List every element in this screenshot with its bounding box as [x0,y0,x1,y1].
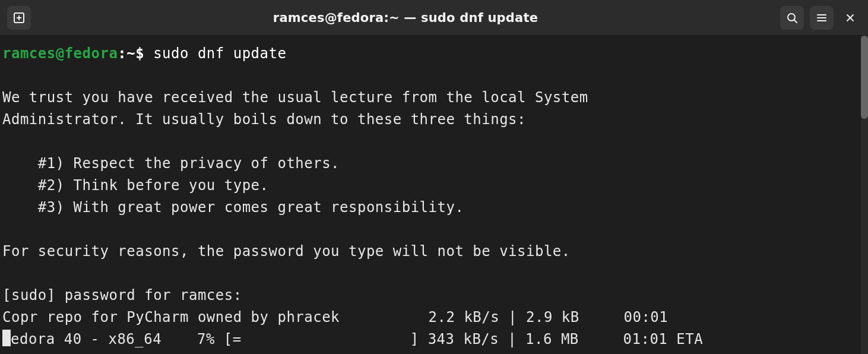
new-tab-icon [13,12,25,24]
prompt-separator: : [118,45,126,62]
size-2: 1.6 MB [525,331,579,347]
bar-open: [ [224,331,233,347]
lecture-rule-1: #1) Respect the privacy of others. [2,153,859,175]
lecture-security: For security reasons, the password you t… [2,241,859,263]
time-2: 01:01 ETA [623,331,704,347]
search-button[interactable] [780,6,804,30]
rate-2: 343 kB/s [428,331,499,347]
command-text: sudo dnf update [153,45,286,62]
scrollbar[interactable] [861,36,868,354]
new-tab-button[interactable] [7,6,31,30]
lecture-rule-2: #2) Think before you type. [2,175,859,197]
bar-close: ] [410,331,419,347]
repo-name-1: Copr repo for PyCharm owned by phracek [2,309,340,325]
rate-1: 2.2 kB/s [429,309,500,325]
lecture-line-1: We trust you have received the usual lec… [2,87,859,109]
hamburger-icon [816,12,828,24]
repo-name-2: edora 40 - x86_64 [11,331,161,347]
prompt-path: ~ [126,45,135,62]
svg-point-3 [788,14,795,21]
close-button[interactable] [840,6,861,30]
cursor [2,330,11,346]
prompt-line: ramces@fedora:~$ sudo dnf update [2,43,859,65]
search-icon [786,12,798,24]
bar-fill: = [233,331,242,347]
time-1: 00:01 [623,309,668,325]
lecture-line-2: Administrator. It usually boils down to … [2,109,859,131]
window-title: ramces@fedora:~ — sudo dnf update [31,11,780,25]
terminal[interactable]: ramces@fedora:~$ sudo dnf update We trus… [0,36,861,354]
titlebar: ramces@fedora:~ — sudo dnf update [0,0,868,36]
svg-line-4 [794,20,797,23]
size-1: 2.9 kB [526,309,579,325]
prompt-symbol: $ [135,45,144,62]
progress-row-2: edora 40 - x86_64 7% [= ] 343 kB/s | 1.6… [2,328,859,350]
lecture-rule-3: #3) With great power comes great respons… [2,197,859,219]
percent-2: 7% [197,331,215,347]
prompt-user-host: ramces@fedora [2,45,118,62]
menu-button[interactable] [810,6,834,30]
scrollbar-thumb[interactable] [861,36,868,119]
password-prompt: [sudo] password for ramces: [2,285,859,306]
close-icon [845,13,855,23]
terminal-wrap: ramces@fedora:~$ sudo dnf update We trus… [0,36,868,354]
progress-row-1: Copr repo for PyCharm owned by phracek 2… [2,306,859,328]
